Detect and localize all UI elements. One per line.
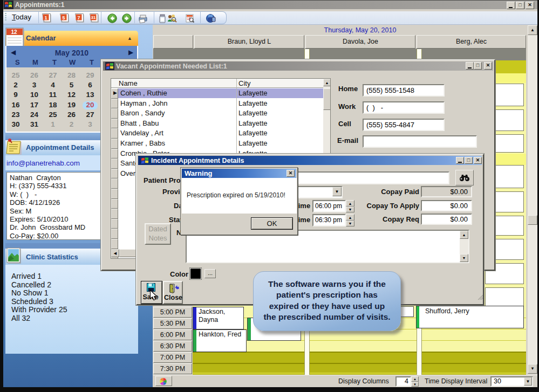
svg-text:15: 15	[187, 17, 191, 20]
svg-text:7: 7	[77, 15, 80, 20]
svg-text:5: 5	[62, 15, 65, 20]
svg-text:12: 12	[11, 29, 17, 35]
svg-text:31: 31	[91, 15, 95, 20]
svg-text:1: 1	[44, 15, 47, 20]
